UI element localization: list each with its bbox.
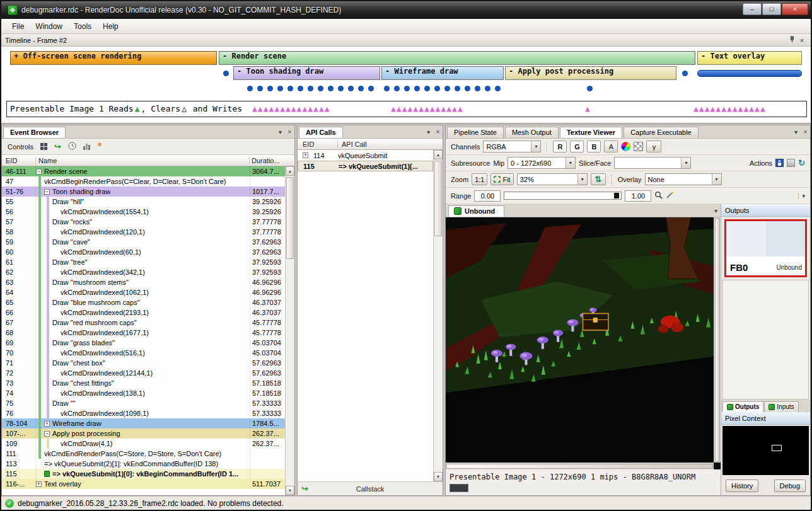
magnifier-icon[interactable] bbox=[654, 191, 663, 200]
menu-item-window[interactable]: Window bbox=[30, 20, 68, 33]
jump-arrow-icon[interactable]: ↪ bbox=[54, 143, 61, 150]
timeline-marker-bar[interactable]: - Apply post processing bbox=[505, 66, 676, 80]
event-row[interactable]: 116-...+Text overlay511.7037 bbox=[2, 479, 285, 489]
event-row[interactable]: 113=> vkQueueSubmit(2)[1]: vkEndCommandB… bbox=[2, 459, 285, 469]
event-row[interactable]: 73Draw "chest fittings"57.18518 bbox=[2, 378, 285, 388]
event-row[interactable]: 72vkCmdDrawIndexed(12144,1)57.62963 bbox=[2, 368, 285, 378]
event-row[interactable]: 51-76−Toon shading draw1017.7... bbox=[2, 187, 285, 197]
event-row[interactable]: 57Draw "rocks"37.77778 bbox=[2, 217, 285, 227]
tab-texture-viewer[interactable]: Texture Viewer bbox=[560, 127, 622, 138]
event-row[interactable]: 65Draw "blue mushroom caps"46.37037 bbox=[2, 297, 285, 307]
scroll-down-icon[interactable]: ▼ bbox=[434, 472, 443, 481]
event-row[interactable]: 64vkCmdDrawIndexed(1062,1)46.96296 bbox=[2, 287, 285, 297]
green-channel-button[interactable]: G bbox=[570, 141, 584, 152]
scroll-up-icon[interactable]: ▲ bbox=[286, 166, 294, 176]
checkerboard-icon[interactable] bbox=[634, 142, 643, 151]
menu-item-file[interactable]: File bbox=[6, 20, 30, 33]
timeline-panel[interactable]: + Off-screen scene rendering- Render sce… bbox=[1, 47, 811, 123]
stats-icon[interactable] bbox=[83, 143, 91, 150]
event-row[interactable]: 71Draw "chest box"57.62963 bbox=[2, 358, 285, 368]
texture-viewport[interactable] bbox=[446, 217, 721, 469]
tab-event-browser[interactable]: Event Browser bbox=[3, 127, 66, 138]
event-browser-scrollbar[interactable]: ▲ ▼ bbox=[285, 166, 294, 495]
event-row[interactable]: 67Draw "red mushroom caps"45.77778 bbox=[2, 318, 285, 328]
scroll-up-icon[interactable]: ▲ bbox=[434, 150, 443, 159]
tab-mesh-output[interactable]: Mesh Output bbox=[505, 127, 559, 138]
viewport-hscrollbar[interactable] bbox=[446, 462, 714, 469]
event-row[interactable]: 78-104+Wireframe draw1784.5... bbox=[2, 418, 285, 428]
close-icon[interactable]: × bbox=[285, 129, 294, 135]
expander-icon[interactable]: + bbox=[44, 421, 50, 427]
event-row[interactable]: 109vkCmdDraw(4,1)262.37... bbox=[2, 439, 285, 449]
red-channel-button[interactable]: R bbox=[553, 141, 567, 152]
mip-select[interactable]: 0 - 1272x690 ▾ bbox=[508, 157, 576, 169]
chevron-down-icon[interactable]: ▾ bbox=[711, 207, 721, 214]
toolbar-overflow-icon[interactable]: ▾ bbox=[798, 193, 805, 199]
blue-channel-button[interactable]: B bbox=[587, 141, 601, 152]
timeline-marker-bar[interactable]: - Render scene bbox=[219, 51, 695, 65]
event-row[interactable]: 111vkCmdEndRenderPass(C=Store, D=Store, … bbox=[2, 449, 285, 459]
event-row[interactable]: 63Draw "mushroom stems"46.96296 bbox=[2, 277, 285, 287]
event-row[interactable]: 62vkCmdDrawIndexed(342,1)37.92593 bbox=[2, 267, 285, 277]
callstack-icon[interactable]: ↪ bbox=[301, 485, 308, 492]
chevron-down-icon[interactable]: ▾ bbox=[791, 129, 801, 135]
expander-icon[interactable]: + bbox=[36, 481, 42, 487]
refresh-icon[interactable]: ↻ bbox=[798, 158, 805, 168]
clock-icon[interactable] bbox=[68, 142, 76, 151]
chevron-down-icon[interactable]: ▾ bbox=[424, 129, 433, 135]
grid-icon[interactable] bbox=[40, 143, 47, 150]
save-texture-icon[interactable] bbox=[775, 159, 784, 167]
event-row[interactable]: 69Draw "grass blades"45.03704 bbox=[2, 338, 285, 348]
close-icon[interactable]: × bbox=[433, 129, 443, 135]
expander-icon[interactable]: − bbox=[44, 189, 50, 195]
slice-face-select[interactable]: ▾ bbox=[614, 157, 691, 169]
event-row[interactable]: 107-...−Apply post processing262.37... bbox=[2, 428, 285, 439]
event-row[interactable]: 115=> vkQueueSubmit(1)[0]: vkBeginComman… bbox=[2, 469, 285, 479]
event-row[interactable]: 74vkCmdDrawIndexed(138,1)57.18518 bbox=[2, 388, 285, 398]
expander-icon[interactable]: + bbox=[303, 152, 308, 158]
event-row[interactable]: 60vkCmdDrawIndexed(60,1)37.62963 bbox=[2, 247, 285, 257]
timeline-marker-bar[interactable]: - Wireframe draw bbox=[381, 66, 504, 80]
tab-api-calls[interactable]: API Calls bbox=[299, 127, 343, 138]
event-row[interactable]: 75Draw ""57.33333 bbox=[2, 398, 285, 408]
alpha-channel-button[interactable]: A bbox=[604, 141, 618, 152]
event-row[interactable]: 66vkCmdDrawIndexed(2193,1)46.37037 bbox=[2, 307, 285, 318]
close-button[interactable]: × bbox=[782, 3, 808, 15]
history-button[interactable]: History bbox=[726, 479, 758, 492]
timeline-marker-bar[interactable]: - Toon shading draw bbox=[233, 66, 380, 80]
range-slider-thumb[interactable] bbox=[614, 193, 619, 198]
viewport-vscrollbar[interactable] bbox=[714, 217, 721, 462]
close-icon[interactable]: × bbox=[801, 129, 810, 135]
api-call-row[interactable]: +114vkQueueSubmit bbox=[298, 150, 433, 161]
tab-outputs[interactable]: Outputs bbox=[722, 401, 763, 412]
api-call-row[interactable]: 115=> vkQueueSubmit(1)[... bbox=[298, 161, 433, 171]
tab-texture-unbound[interactable]: Unbound bbox=[448, 205, 504, 217]
zoom-1-1-button[interactable]: 1:1 bbox=[472, 173, 487, 185]
zoom-select[interactable]: 32% ▾ bbox=[517, 173, 588, 185]
output-fb0-thumbnail[interactable]: FB0 Unbound bbox=[724, 219, 807, 277]
column-eid[interactable]: EID bbox=[298, 141, 338, 148]
autofit-wand-icon[interactable] bbox=[666, 191, 674, 200]
event-row[interactable]: 46-111−Render scene3064.7... bbox=[2, 166, 285, 176]
range-max-input[interactable]: 1.00 bbox=[625, 190, 651, 202]
column-api-call[interactable]: API Call bbox=[338, 141, 443, 148]
column-duration[interactable]: Duratio... bbox=[250, 157, 285, 164]
fit-button[interactable]: Fit bbox=[490, 173, 513, 185]
chevron-down-icon[interactable]: ▾ bbox=[276, 129, 285, 135]
range-min-input[interactable]: 0.00 bbox=[474, 190, 501, 202]
minimize-button[interactable]: – bbox=[743, 3, 762, 15]
scrollbar-thumb[interactable] bbox=[434, 161, 442, 236]
range-slider[interactable] bbox=[504, 192, 622, 200]
tab-capture-executable[interactable]: Capture Executable bbox=[624, 127, 699, 138]
event-row[interactable]: 59Draw "cave"37.62963 bbox=[2, 237, 285, 247]
event-row[interactable]: 47vkCmdBeginRenderPass(C=Clear, D=Clear,… bbox=[2, 176, 285, 187]
gamma-button[interactable]: γ bbox=[646, 141, 661, 152]
menu-item-tools[interactable]: Tools bbox=[68, 20, 97, 33]
debug-button[interactable]: Debug bbox=[774, 479, 806, 492]
scrollbar-thumb[interactable] bbox=[286, 177, 294, 259]
channels-select[interactable]: RGBA ▾ bbox=[483, 141, 541, 152]
timeline-marker-bar[interactable]: + Off-screen scene rendering bbox=[10, 51, 217, 65]
scroll-down-icon[interactable]: ▼ bbox=[286, 486, 294, 495]
flip-y-button[interactable]: ⇅ bbox=[591, 173, 606, 185]
tab-pipeline-state[interactable]: Pipeline State bbox=[447, 127, 504, 138]
